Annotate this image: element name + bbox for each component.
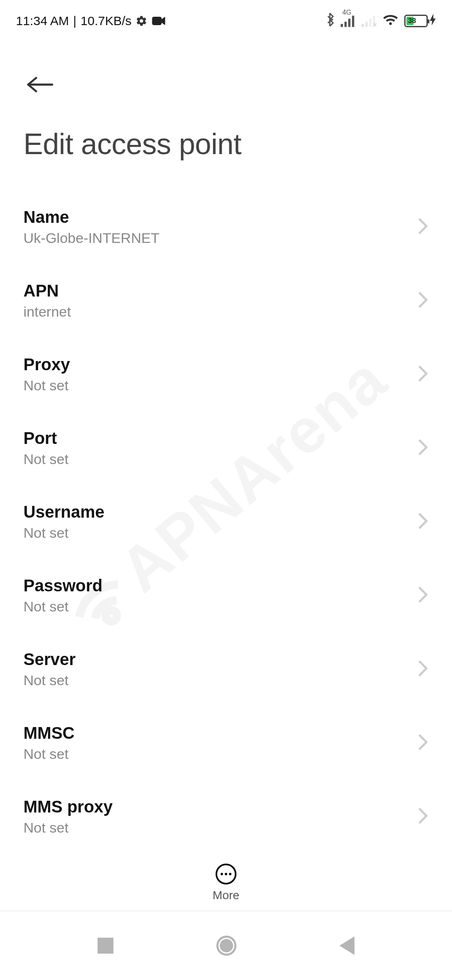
chevron-right-icon [418,586,429,605]
camera-icon [152,15,166,26]
battery-indicator: 38 [404,14,436,28]
chevron-right-icon [418,439,429,457]
wifi-icon [383,13,398,29]
setting-value: Not set [23,377,70,394]
setting-value: Uk-Globe-INTERNET [23,230,159,246]
chevron-right-icon [418,807,429,826]
setting-label: Proxy [23,355,70,374]
svg-rect-3 [348,19,350,27]
setting-name[interactable]: Name Uk-Globe-INTERNET [23,190,429,264]
status-right: 4G ✕ 38 [325,13,436,30]
setting-proxy[interactable]: Proxy Not set [23,338,429,411]
svg-rect-1 [341,24,343,27]
status-left: 11:34 AM | 10.7KB/s [16,14,166,28]
status-bar: 11:34 AM | 10.7KB/s 4G ✕ 38 [0,0,452,38]
setting-port[interactable]: Port Not set [23,411,429,485]
chevron-right-icon [418,218,429,236]
page-title: Edit access point [23,127,429,161]
setting-value: Not set [23,598,103,615]
gear-icon [136,15,147,27]
back-button[interactable] [23,71,57,98]
setting-value: internet [23,304,71,320]
battery-pct: 38 [408,17,416,25]
svg-rect-7 [369,19,371,27]
header: Edit access point [0,38,452,165]
charging-icon [429,14,436,28]
net-type: 4G [342,9,351,16]
bluetooth-icon [325,13,335,30]
nav-recent-button[interactable] [98,938,113,954]
setting-mmsc[interactable]: MMSC Not set [23,706,429,780]
status-divider: | [73,14,77,28]
nav-home-button[interactable] [216,936,236,956]
bottom-action-bar: More [0,851,452,910]
setting-label: MMS proxy [23,797,113,816]
system-nav-bar [0,910,452,980]
settings-list: Name Uk-Globe-INTERNET APN internet Prox… [0,165,452,854]
setting-label: MMSC [23,724,74,743]
more-button[interactable]: More [213,864,239,902]
svg-rect-2 [344,22,347,27]
chevron-right-icon [418,734,429,752]
svg-rect-6 [365,22,367,27]
chevron-right-icon [418,291,429,310]
setting-value: Not set [23,820,113,836]
chevron-right-icon [418,513,429,531]
svg-rect-5 [362,24,364,27]
nav-back-button[interactable] [339,936,354,955]
svg-rect-4 [352,15,354,27]
status-net-speed: 10.7KB/s [81,14,132,28]
setting-value: Not set [23,525,104,541]
chevron-right-icon [418,365,429,384]
setting-label: Username [23,503,104,521]
setting-apn[interactable]: APN internet [23,264,429,338]
more-label: More [213,889,239,902]
setting-value: Not set [23,746,74,762]
setting-label: Port [23,429,69,448]
signal-sim1-icon: 4G [341,15,356,27]
setting-server[interactable]: Server Not set [23,632,429,706]
signal-sim2-icon: ✕ [362,15,377,27]
setting-mms-proxy[interactable]: MMS proxy Not set [23,780,429,854]
setting-label: APN [23,281,71,300]
svg-rect-0 [152,17,162,25]
setting-value: Not set [23,672,76,689]
setting-value: Not set [23,451,69,467]
setting-label: Server [23,650,76,669]
more-icon [216,864,236,885]
setting-password[interactable]: Password Not set [23,559,429,632]
status-time: 11:34 AM [16,14,69,28]
setting-label: Name [23,208,159,227]
setting-label: Password [23,576,103,595]
setting-username[interactable]: Username Not set [23,485,429,559]
chevron-right-icon [418,660,429,678]
